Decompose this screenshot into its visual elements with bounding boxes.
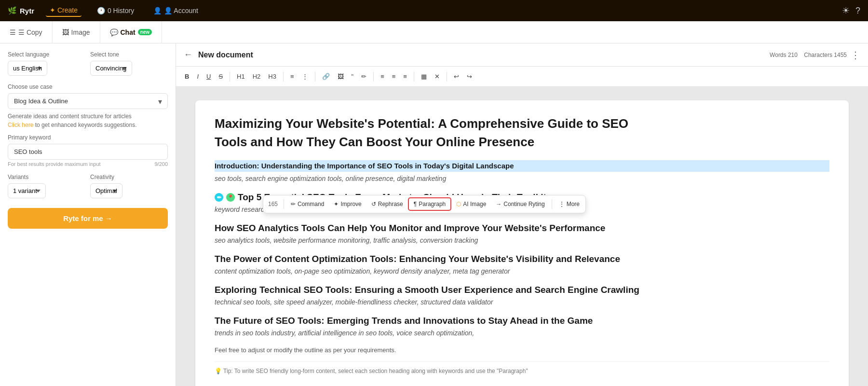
click-here-suffix: to get enhanced keywords suggestions. <box>33 122 136 128</box>
nav-history[interactable]: 🕐 0 History <box>93 5 138 16</box>
section3-title: How SEO Analytics Tools Can Help You Mon… <box>215 223 829 234</box>
toolbar-sep-2 <box>283 72 284 82</box>
section3-title-text: How SEO Analytics Tools Can Help You Mon… <box>215 223 605 234</box>
use-case-input[interactable] <box>8 93 168 109</box>
section4-kw: content optimization tools, on-page seo … <box>215 267 829 275</box>
tab-chat[interactable]: 💬 Chat new <box>100 21 163 43</box>
nav-account[interactable]: 👤 👤 Account <box>149 5 202 16</box>
h3-button[interactable]: H3 <box>265 71 279 82</box>
primary-keyword-input[interactable] <box>8 144 168 160</box>
sel-ai-image-label: AI Image <box>463 201 486 207</box>
second-bar: ☰ ☰ Copy 🖼 Image 💬 Chat new <box>0 21 868 43</box>
italic-button[interactable]: I <box>194 71 202 82</box>
align-right-button[interactable]: ≡ <box>400 71 410 82</box>
copy-icon: ☰ <box>10 28 16 36</box>
editor-toolbar: B I U S H1 H2 H3 ≡ ⋮ 🔗 🖼 " ✏ ≡ ≡ ≡ ▦ ✕ ↩… <box>176 67 868 87</box>
editor-menu-button[interactable]: ⋮ <box>851 49 860 61</box>
sun-icon[interactable]: ☀ <box>842 5 850 16</box>
section6-title: The Future of SEO Tools: Emerging Trends… <box>215 316 829 326</box>
tone-select[interactable]: Convincing Formal Casual <box>90 61 132 76</box>
logo[interactable]: 🌿 Rytr <box>8 6 34 15</box>
primary-keyword-label: Primary keyword <box>8 134 168 141</box>
words-count: 210 <box>788 52 798 58</box>
rephrase-icon: ↺ <box>371 201 376 207</box>
help-icon[interactable]: ? <box>855 6 860 16</box>
tab-copy[interactable]: ☰ ☰ Copy <box>0 21 53 43</box>
section5-title: Exploring Technical SEO Tools: Ensuring … <box>215 285 829 295</box>
sel-command[interactable]: ✏ Command <box>286 198 329 210</box>
variants-select[interactable]: 1 variant 2 variants 3 variants <box>8 183 46 198</box>
sel-more[interactable]: ⋮ More <box>554 198 584 210</box>
sel-continue-ryting[interactable]: → Continue Ryting <box>491 198 549 210</box>
ul-button[interactable]: ≡ <box>287 71 297 82</box>
section3-kw: seo analytics tools, website performance… <box>215 236 829 244</box>
section5-title-text: Exploring Technical SEO Tools: Ensuring … <box>215 285 639 295</box>
toolbar-sep-5 <box>414 72 414 82</box>
sel-ai-image[interactable]: ⬡ AI Image <box>451 198 491 210</box>
sel-continue-label: Continue Ryting <box>503 201 544 207</box>
keyword-hint: For best results provide maximum input <box>8 161 101 167</box>
keyword-meta: For best results provide maximum input 9… <box>8 161 168 167</box>
language-tone-row: Select language us English uk English Fr… <box>8 51 168 76</box>
toolbar-sep-3 <box>315 72 315 82</box>
words-label: Words <box>770 52 786 58</box>
bold-button[interactable]: B <box>182 71 192 82</box>
sel-rephrase[interactable]: ↺ Rephrase <box>366 198 408 210</box>
section6-kw: trends in seo tools industry, artificial… <box>215 329 829 337</box>
undo-button[interactable]: ↩ <box>451 71 462 82</box>
toolbar-sep-4 <box>373 72 374 82</box>
creativity-select[interactable]: Optimal High Low <box>90 183 122 198</box>
nav-create[interactable]: ✦ Create <box>46 4 81 17</box>
sel-count: 165 <box>264 198 282 210</box>
click-here-link[interactable]: Click here <box>8 122 33 128</box>
align-center-button[interactable]: ≡ <box>389 71 399 82</box>
improve-icon: ✦ <box>334 201 339 207</box>
tab-chat-label: Chat <box>121 28 136 36</box>
word-count: Words 210 Characters 1455 <box>770 52 847 58</box>
highlight-button[interactable]: ✏ <box>358 71 369 82</box>
use-case-wrapper <box>8 93 168 109</box>
tone-label: Select tone <box>90 51 168 58</box>
logo-icon: 🌿 <box>8 6 17 15</box>
table-button[interactable]: ▦ <box>418 71 430 82</box>
nav-right: ☀ ? <box>842 5 860 16</box>
sel-paragraph[interactable]: ¶ Paragraph <box>408 197 452 211</box>
underline-button[interactable]: U <box>203 71 214 82</box>
editor-header: ← New document Words 210 Characters 1455… <box>176 43 868 67</box>
tab-image[interactable]: 🖼 Image <box>53 21 100 43</box>
language-select[interactable]: us English uk English French <box>8 61 47 76</box>
variants-col: Variants 1 variant 2 variants 3 variants <box>8 174 85 198</box>
top-nav: 🌿 Rytr ✦ Create 🕐 0 History 👤 👤 Account … <box>0 0 868 21</box>
clear-button[interactable]: ✕ <box>432 71 443 82</box>
align-left-button[interactable]: ≡ <box>378 71 387 82</box>
image-button[interactable]: 🖼 <box>335 71 347 82</box>
toolbar-sep-6 <box>447 72 447 82</box>
sel-command-label: Command <box>298 201 324 207</box>
command-icon: ✏ <box>291 201 296 207</box>
use-case-hint: Generate ideas and content structure for… <box>8 113 168 120</box>
back-button[interactable]: ← <box>184 50 192 60</box>
ol-button[interactable]: ⋮ <box>299 71 311 82</box>
link-button[interactable]: 🔗 <box>319 71 333 82</box>
section4-title: The Power of Content Optimization Tools:… <box>215 254 829 264</box>
sel-sep-2 <box>552 199 552 209</box>
quote-button[interactable]: " <box>349 71 357 82</box>
sel-paragraph-label: Paragraph <box>419 201 446 207</box>
variants-label: Variants <box>8 174 85 180</box>
strike-button[interactable]: S <box>216 71 226 82</box>
ryte-button[interactable]: Ryte for me → <box>8 208 168 229</box>
selected-heading[interactable]: Introduction: Understanding the Importan… <box>215 160 829 172</box>
redo-button[interactable]: ↪ <box>464 71 475 82</box>
nav-account-icon: 👤 <box>153 7 162 14</box>
sel-improve[interactable]: ✦ Improve <box>329 198 366 210</box>
editor-area: ← New document Words 210 Characters 1455… <box>176 43 868 386</box>
h1-button[interactable]: H1 <box>234 71 248 82</box>
sel-more-label: More <box>567 201 580 207</box>
chat-badge: new <box>138 29 152 35</box>
doc-title-line1: Maximizing Your Website's Potential: A C… <box>215 116 829 132</box>
toolbar-sep-1 <box>230 72 230 82</box>
tip-area: 💡 Tip: To write SEO friendly long-form c… <box>215 361 829 374</box>
h2-button[interactable]: H2 <box>250 71 264 82</box>
sel-improve-label: Improve <box>340 201 361 207</box>
char-count: 9/200 <box>154 161 168 167</box>
